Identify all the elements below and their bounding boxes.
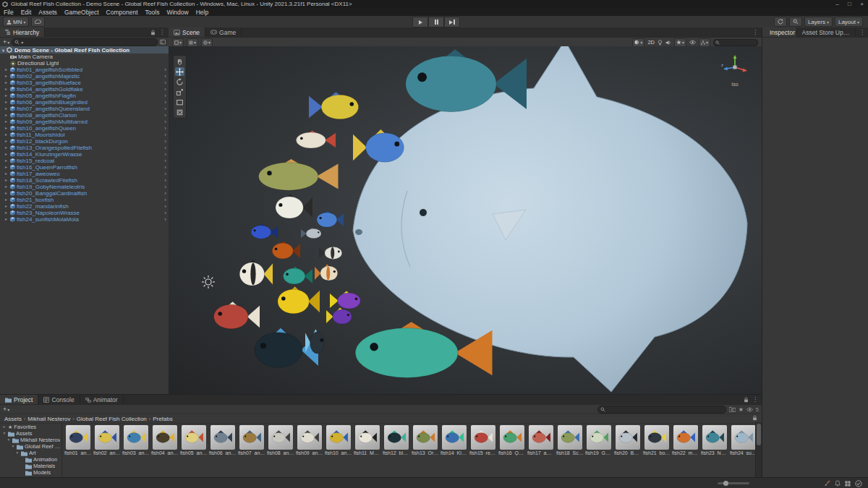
view-hand-tool[interactable] [175,57,184,66]
menu-help[interactable]: Help [192,9,212,16]
search-everything-button[interactable] [789,17,802,27]
shading-mode-dropdown[interactable]: ▾ [632,38,644,47]
play-button[interactable] [412,17,428,27]
hidden-packages-eye-icon[interactable] [746,407,753,412]
asset-item[interactable]: fish05_angelfishFlagfin [180,425,208,475]
slider-thumb[interactable] [723,481,728,486]
pause-button[interactable] [428,17,444,27]
menu-window[interactable]: Window [163,9,192,16]
bell-icon[interactable] [835,480,841,487]
open-prefab-chevron-icon[interactable]: › [164,119,166,125]
tree-folder-art[interactable]: ▾Art [0,450,61,456]
hierarchy-item[interactable]: ▸fish23_NapoleonWrasse› [0,210,169,216]
hierarchy-item[interactable]: ▸fish20_BanggaiCardinalfish› [0,190,169,197]
add-object-dropdown[interactable]: +▾ [3,38,9,46]
expand-caret-icon[interactable]: ▸ [4,138,9,145]
2d-toggle[interactable]: 2D [647,39,655,46]
expand-caret-icon[interactable]: ▸ [4,93,9,99]
scene-object-royal-gramma[interactable] [330,291,360,308]
asset-item[interactable]: fish10_angelfishQueen [325,425,352,475]
asset-item[interactable]: fish22_mandarinfish [672,425,699,475]
hierarchy-item[interactable]: ▸fish19_GobyNemateleotris› [0,184,169,190]
asset-item[interactable]: fish12_blackDurgon [383,425,410,475]
hierarchy-item[interactable]: Directional Light [0,60,169,67]
hierarchy-item[interactable]: ▸fish22_mandarinfish› [0,203,169,210]
open-prefab-chevron-icon[interactable]: › [164,73,166,80]
expand-caret-icon[interactable]: ▸ [4,67,9,73]
expand-caret-icon[interactable]: ▸ [4,184,9,190]
breadcrumb-global-reef-fish-collection[interactable]: Global Reef Fish Collection [77,416,147,422]
search-in-folder-icon[interactable] [729,406,736,412]
scene-object-queen-angelfish[interactable] [309,92,359,119]
layers-dropdown[interactable]: Layers▾ [804,17,833,27]
tree-folder-mikhail-nesterov[interactable]: ▾Mikhail Nesterov [0,437,61,443]
tree-folder-global-reef-fish-collection[interactable]: ▾Global Reef Fish Collection [0,443,61,450]
expand-caret-icon[interactable]: ▸ [4,73,9,80]
tab-scene[interactable]: Scene [169,27,205,37]
asset-item[interactable]: fish13_OrangespottedFilefish [412,425,439,475]
paint-brush-icon[interactable] [824,480,830,487]
scene-object-black-triggerfish[interactable] [255,328,318,368]
hierarchy-item[interactable]: ▸fish18_ScrawledFilefish› [0,177,169,184]
open-prefab-chevron-icon[interactable]: › [164,106,166,112]
scene-object-orange-anthias[interactable] [272,241,300,258]
hierarchy-item[interactable]: Main Camera [0,53,169,60]
scene-object-blue-tang[interactable] [251,224,278,239]
menu-tools[interactable]: Tools [142,9,163,16]
open-prefab-chevron-icon[interactable]: › [164,145,166,151]
breadcrumb-assets[interactable]: Assets [4,416,22,422]
move-tool[interactable] [175,67,184,76]
open-prefab-chevron-icon[interactable]: › [164,67,166,73]
asset-item[interactable]: fish11_MoorishIdol [354,425,381,475]
layout-grid-icon[interactable] [845,481,851,487]
hierarchy-item[interactable]: ▸fish11_MoorishIdol› [0,132,169,138]
breadcrumb-prefabs[interactable]: Prefabs [153,416,173,422]
asset-item[interactable]: fish03_angelfishBlueface [122,425,150,475]
effects-dropdown[interactable]: ▾ [674,38,686,47]
tab-console[interactable]: Console [38,395,80,404]
scene-object-striped-cardinal[interactable] [319,246,342,260]
expand-caret-icon[interactable]: ▸ [4,119,9,125]
account-dropdown[interactable]: MN▾ [3,17,29,27]
hierarchy-item[interactable]: ▸fish13_OrangespottedFilefish› [0,145,169,151]
asset-item[interactable]: fish19_GobyNemateleotris [585,425,613,475]
hierarchy-item[interactable]: ▸fish04_angelfishGoldflake› [0,86,169,93]
open-prefab-chevron-icon[interactable]: › [164,151,166,158]
rotation-snap-dropdown[interactable]: ▾ [201,38,213,47]
scene-object-teal-chromis[interactable] [284,266,312,283]
asset-item[interactable]: fish09_angelfishMultibarred [296,425,323,475]
audio-toggle-icon[interactable] [665,40,671,46]
open-prefab-chevron-icon[interactable]: › [164,112,166,119]
hierarchy-item[interactable]: ▸fish24_sunfishMolaMola› [0,216,169,223]
expand-caret-icon[interactable]: ▸ [4,203,9,210]
asset-item[interactable]: fish24_sunfishMolaMola [730,425,755,475]
open-prefab-chevron-icon[interactable]: › [164,203,166,210]
asset-item[interactable]: fish23_NapoleonWrasse [701,425,728,475]
expand-caret-icon[interactable]: ▸ [4,99,9,106]
menu-gameobject[interactable]: GameObject [61,9,103,16]
lock-icon[interactable] [744,397,749,403]
kebab-menu-icon[interactable]: ⋮ [159,30,165,35]
tree-favorites[interactable]: ▸★Favorites [0,424,61,430]
asset-item[interactable]: fish02_angelfishMajestic [93,425,121,475]
expand-caret-icon[interactable]: ▸ [4,86,9,93]
hierarchy-item[interactable]: ▸fish16_QueenParrotfish› [0,164,169,171]
tab-animator[interactable]: Animator [80,395,124,404]
kebab-menu-icon[interactable]: ⋮ [859,30,865,35]
asset-item[interactable]: fish17_aweoweo [527,425,555,475]
scene-object-moorish-idol[interactable] [239,260,273,286]
maximize-button[interactable]: □ [843,1,856,7]
rotate-tool[interactable] [175,77,184,86]
scale-tool[interactable] [175,87,184,96]
thumbnail-size-slider[interactable] [718,482,749,484]
hierarchy-item[interactable]: ▸fish17_aweoweo› [0,171,169,177]
expand-caret-icon[interactable]: ▸ [4,112,9,119]
asset-item[interactable]: fish07_angelfishQueensland [238,425,265,475]
hierarchy-item[interactable]: ▸fish07_angelfishQueensland› [0,106,169,112]
menu-file[interactable]: File [0,9,17,16]
open-prefab-chevron-icon[interactable]: › [164,86,166,93]
open-prefab-chevron-icon[interactable]: › [164,197,166,203]
hierarchy-item[interactable]: ▸fish12_blackDurgon› [0,138,169,145]
asset-item[interactable]: fish01_angelfishScribbled [64,425,92,475]
kebab-menu-icon[interactable]: ⋮ [752,30,758,35]
